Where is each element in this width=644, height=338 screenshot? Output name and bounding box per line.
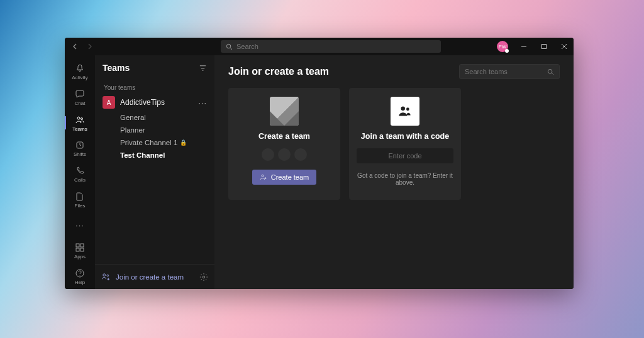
svg-point-14 (262, 175, 264, 177)
user-avatar[interactable]: FW (497, 41, 508, 52)
team-row[interactable]: A AddictiveTips ··· (99, 94, 211, 111)
apps-icon (74, 242, 86, 253)
team-name: AddictiveTips (120, 98, 193, 107)
files-icon (74, 191, 86, 202)
search-teams[interactable] (459, 64, 560, 79)
team-more-button[interactable]: ··· (198, 98, 207, 107)
rail-files[interactable]: Files (65, 187, 95, 212)
svg-point-10 (103, 274, 106, 276)
rail-more[interactable]: ··· (65, 212, 95, 238)
minimize-button[interactable] (514, 38, 533, 55)
join-team-tile-icon (391, 97, 419, 126)
rail-label: Teams (72, 126, 87, 132)
channel-private[interactable]: Private Channel 1🔒 (99, 136, 211, 149)
join-team-title: Join a team with a code (361, 132, 449, 141)
channel-general[interactable]: General (99, 111, 211, 124)
lock-icon: 🔒 (180, 139, 187, 146)
rail-label: Files (75, 203, 86, 209)
join-team-card: Join a team with a code Got a code to jo… (349, 88, 461, 200)
svg-point-11 (107, 275, 109, 276)
svg-rect-7 (76, 248, 79, 251)
rail-label: Calls (74, 177, 86, 183)
nav-rail: Activity Chat Teams Shifts Calls Files (65, 55, 95, 289)
cards-row: Create a team Create team Jo (228, 88, 560, 200)
create-team-tile-icon (270, 97, 299, 126)
team-avatar: A (103, 96, 115, 109)
rail-calls[interactable]: Calls (65, 161, 95, 187)
teams-window: FW Activity Chat Teams (65, 38, 574, 289)
teams-icon (74, 114, 86, 126)
channel-test[interactable]: Test Channel (99, 149, 211, 161)
maximize-button[interactable] (535, 38, 553, 55)
sidepanel-header: Teams (95, 55, 214, 80)
create-team-button-label: Create team (271, 173, 309, 181)
rail-activity[interactable]: Activity (65, 59, 95, 85)
rail-label: Shifts (74, 151, 86, 157)
main-header: Join or create a team (228, 64, 560, 79)
sidepanel-footer: Join or create a team (95, 264, 214, 289)
section-label: Your teams (99, 80, 211, 94)
rail-teams[interactable]: Teams (65, 110, 95, 136)
join-create-label: Join or create a team (116, 273, 184, 281)
nav-back-button[interactable] (70, 41, 81, 52)
rail-shifts[interactable]: Shifts (65, 136, 95, 161)
calls-icon (74, 165, 86, 177)
join-hint: Got a code to join a team? Enter it abov… (357, 172, 453, 186)
titlebar-right: FW (497, 38, 574, 55)
rail-help[interactable]: Help (65, 263, 95, 289)
svg-rect-5 (76, 244, 79, 247)
chat-icon (74, 89, 86, 100)
join-create-team-link[interactable]: Join or create a team (101, 272, 194, 281)
ghost-avatars (262, 148, 307, 161)
search-icon (226, 43, 233, 50)
svg-point-13 (548, 69, 552, 73)
svg-rect-8 (80, 248, 84, 251)
rail-label: Chat (75, 101, 86, 106)
sidepanel-title: Teams (103, 63, 130, 73)
join-code-input[interactable] (357, 148, 453, 163)
global-search[interactable] (221, 40, 441, 53)
svg-point-15 (401, 106, 406, 111)
teams-sidepanel: Teams Your teams A AddictiveTips ··· Gen… (95, 55, 214, 289)
channel-planner[interactable]: Planner (99, 124, 211, 136)
sidepanel-body: Your teams A AddictiveTips ··· General P… (95, 80, 214, 264)
svg-point-2 (77, 117, 80, 119)
more-icon: ··· (74, 219, 86, 231)
global-search-input[interactable] (236, 43, 436, 50)
create-team-icon (260, 173, 267, 181)
search-teams-input[interactable] (465, 68, 543, 75)
nav-forward-button[interactable] (84, 41, 95, 52)
svg-point-12 (203, 276, 205, 278)
ghost-avatar (278, 148, 291, 161)
create-team-card: Create a team Create team (228, 88, 340, 200)
svg-rect-1 (542, 45, 547, 49)
svg-point-0 (226, 44, 230, 48)
titlebar: FW (65, 38, 574, 55)
rail-chat[interactable]: Chat (65, 85, 95, 111)
rail-apps[interactable]: Apps (65, 238, 95, 264)
window-body: Activity Chat Teams Shifts Calls Files (65, 55, 574, 289)
ghost-avatar (294, 148, 307, 161)
bell-icon (74, 63, 86, 74)
svg-point-3 (81, 117, 83, 119)
close-button[interactable] (555, 38, 574, 55)
page-title: Join or create a team (228, 66, 329, 77)
svg-rect-6 (80, 244, 84, 247)
rail-label: Activity (72, 75, 87, 80)
help-icon (74, 268, 86, 279)
rail-label: Apps (74, 254, 86, 259)
create-team-button[interactable]: Create team (252, 170, 317, 185)
main-content: Join or create a team Create a team (214, 55, 574, 289)
teams-add-icon (101, 272, 111, 281)
nav-arrows (70, 41, 95, 52)
shifts-icon (74, 139, 86, 151)
svg-point-16 (406, 107, 409, 111)
settings-button[interactable] (199, 273, 208, 281)
rail-label: Help (75, 280, 85, 285)
filter-button[interactable] (199, 64, 207, 72)
search-icon (547, 68, 554, 75)
ghost-avatar (262, 148, 274, 161)
create-team-title: Create a team (258, 132, 310, 141)
